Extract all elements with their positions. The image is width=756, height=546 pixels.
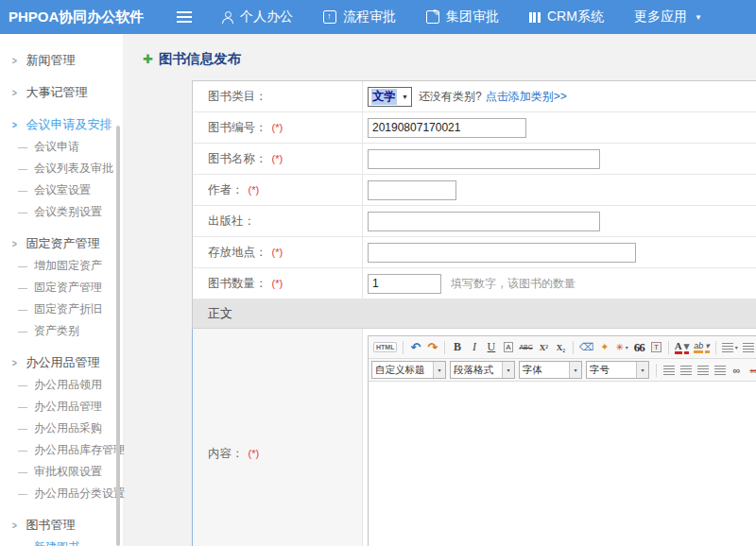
field-label: 作者：(*) — [193, 175, 363, 205]
sidebar-sub-item[interactable]: —新建图书 — [0, 537, 123, 546]
field-label: 图书数量：(*) — [193, 268, 363, 299]
toolbar-separator — [403, 341, 404, 354]
align-left-icon — [663, 366, 675, 375]
redo-button[interactable]: ↷ — [424, 339, 440, 356]
sidebar-group-item[interactable]: >大事记管理 — [0, 81, 123, 104]
font-size-select[interactable]: 字号▾ — [586, 361, 649, 379]
sidebar-sub-item[interactable]: —审批权限设置 — [0, 461, 123, 483]
author-input[interactable] — [368, 180, 456, 200]
chevron-down-icon: ▾ — [433, 362, 445, 378]
nav-item-label: 个人办公 — [240, 9, 293, 26]
italic-icon: I — [472, 340, 476, 354]
chevron-right-icon: > — [12, 113, 17, 136]
eraser-button[interactable]: ⌫ — [577, 339, 596, 356]
nav-item-label: CRM系统 — [547, 9, 604, 26]
book-number-input[interactable] — [368, 118, 526, 138]
nav-group-approval[interactable]: 集团审批 — [426, 9, 499, 26]
sidebar-sub-item[interactable]: —办公用品管理 — [0, 396, 123, 418]
insert-link-button[interactable]: ∞ — [729, 362, 745, 379]
sidebar-group-item[interactable]: >办公用品管理 — [0, 351, 123, 374]
strikethrough-button[interactable]: ABC — [517, 339, 534, 356]
sidebar-group-item[interactable]: >会议申请及安排 — [0, 113, 123, 136]
page-title-bar: ✚ 图书信息发布 — [123, 34, 756, 69]
remove-link-button[interactable]: ∞ — [746, 362, 756, 379]
underline-button[interactable]: U — [483, 339, 499, 356]
app-header: PHPOA协同办公软件 个人办公流程审批集团审批CRM系统更多应用▼ — [0, 0, 756, 34]
sidebar-sub-item[interactable]: —会议申请 — [0, 136, 123, 158]
sidebar-sub-item[interactable]: —资产类别 — [0, 320, 123, 342]
sidebar-sub-item[interactable]: —会议室设置 — [0, 179, 123, 201]
storage-location-input[interactable] — [368, 243, 636, 263]
field-value-cell — [363, 112, 756, 143]
align-justify-button[interactable] — [712, 362, 728, 379]
unordered-list-button[interactable]: ▾ — [741, 339, 756, 356]
sidebar-sub-item[interactable]: —会议列表及审批 — [0, 158, 123, 179]
ordered-list-button[interactable]: ▾ — [720, 339, 740, 356]
subscript-button[interactable]: X₂ — [553, 339, 569, 356]
html-source-button[interactable]: HTML — [371, 339, 399, 356]
paste-text-button[interactable]: T — [648, 339, 664, 356]
sidebar-sub-item[interactable]: —会议类别设置 — [0, 201, 123, 223]
sidebar-sub-item[interactable]: —增加固定资产 — [0, 255, 123, 277]
sidebar-item-label: 办公用品库存管理 — [34, 439, 125, 461]
sidebar-item-label: 固定资产管理 — [26, 232, 99, 255]
nav-crm-system[interactable]: CRM系统 — [529, 9, 604, 26]
align-right-button[interactable] — [695, 362, 711, 379]
superscript-button[interactable]: X² — [536, 339, 552, 356]
align-left-button[interactable] — [661, 362, 677, 379]
clean-format-button[interactable]: ✦ — [596, 339, 612, 356]
chevron-right-icon: > — [12, 514, 17, 537]
editor-content[interactable] — [369, 382, 756, 546]
sidebar-item-label: 办公用品分类设置 — [34, 483, 125, 504]
sidebar-item-label: 会议室设置 — [34, 179, 91, 201]
nav-more-apps[interactable]: 更多应用▼ — [634, 9, 702, 26]
sidebar-sub-item[interactable]: —办公用品领用 — [0, 374, 123, 396]
sidebar-sub-item[interactable]: —固定资产折旧 — [0, 299, 123, 320]
book-name-input[interactable] — [368, 149, 600, 169]
sidebar-sub-item[interactable]: —固定资产管理 — [0, 277, 123, 299]
quantity-input[interactable] — [368, 274, 441, 294]
chevron-right-icon: > — [12, 232, 17, 255]
field-value-cell — [363, 144, 756, 174]
publisher-input[interactable] — [368, 212, 600, 231]
toolbar-separator — [656, 364, 657, 377]
sidebar-group-item[interactable]: >固定资产管理 — [0, 232, 123, 255]
align-center-button[interactable] — [678, 362, 694, 379]
field-value-cell: 填写数字，该图书的数量 — [363, 268, 756, 299]
dash-icon: — — [18, 374, 27, 396]
char-border-icon: A — [504, 342, 512, 352]
italic-button[interactable]: I — [466, 339, 482, 356]
dash-icon: — — [18, 277, 27, 299]
align-justify-icon — [714, 366, 726, 375]
workflow-icon — [323, 10, 336, 24]
char-border-button[interactable]: A — [500, 339, 516, 356]
spray-color-button[interactable]: ✳▾ — [613, 339, 629, 356]
style-select[interactable]: 自定义标题▾ — [371, 361, 446, 379]
field-label: 存放地点：(*) — [193, 237, 363, 267]
highlight-button[interactable]: ab▾ — [692, 339, 712, 356]
nav-personal-office[interactable]: 个人办公 — [222, 9, 293, 26]
sidebar-item-label: 新闻管理 — [26, 49, 75, 72]
sidebar-scrollbar[interactable] — [116, 126, 120, 546]
sidebar-sub-item[interactable]: —办公用品库存管理 — [0, 439, 123, 461]
font-family-select[interactable]: 字体▾ — [519, 361, 582, 379]
chevron-down-icon: ▾ — [705, 341, 710, 354]
paragraph-format-select[interactable]: 段落格式▾ — [450, 361, 515, 379]
sidebar-sub-item[interactable]: —办公用品分类设置 — [0, 483, 123, 504]
field-value-cell — [363, 237, 756, 267]
blockquote-button[interactable]: 66 — [631, 339, 647, 356]
form-row: 作者：(*) — [192, 175, 756, 206]
form-row: 存放地点：(*) — [192, 237, 756, 268]
add-category-link[interactable]: 点击添加类别>> — [486, 89, 567, 105]
add-icon: ✚ — [143, 52, 153, 66]
sidebar-sub-item[interactable]: —办公用品采购 — [0, 418, 123, 439]
undo-button[interactable]: ↶ — [407, 339, 423, 356]
font-color-button[interactable]: A▾ — [673, 339, 691, 356]
nav-workflow-approval[interactable]: 流程审批 — [323, 9, 396, 26]
sidebar-group-item[interactable]: >图书管理 — [0, 514, 123, 537]
underline-icon: U — [488, 340, 496, 354]
menu-toggle-icon[interactable] — [177, 11, 192, 23]
category-select[interactable]: 文学 ▼ — [368, 87, 412, 107]
bold-button[interactable]: B — [449, 339, 465, 356]
sidebar-group-item[interactable]: >新闻管理 — [0, 49, 123, 72]
